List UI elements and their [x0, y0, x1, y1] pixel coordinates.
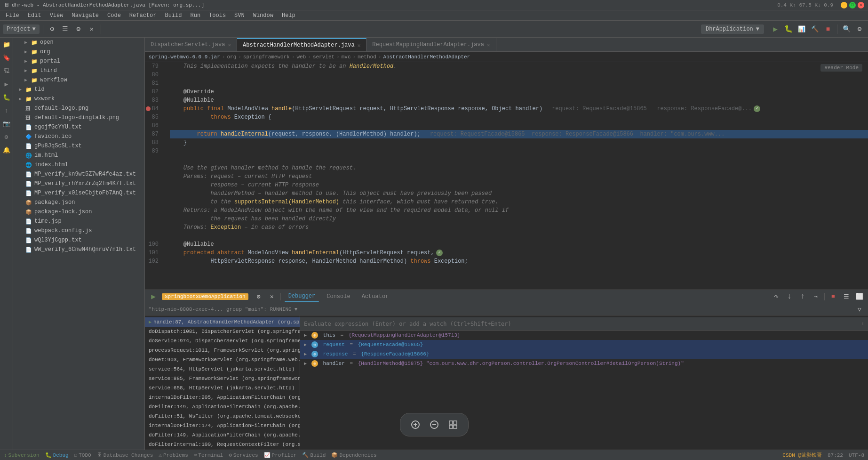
menu-code[interactable]: Code	[104, 11, 125, 20]
debug-resume-btn[interactable]: ▶	[149, 292, 158, 301]
tree-item-wxwork[interactable]: ▶ 📁 wxwork	[13, 94, 144, 104]
tree-item-package-lock[interactable]: ▶ 📦 package-lock.json	[13, 207, 144, 217]
tree-item-mp-verify2[interactable]: ▶ 📄 MP_verify_rhYxrZrZq2Tm4K7T.txt	[13, 179, 144, 188]
status-debug-item[interactable]: 🐛 Debug	[45, 452, 69, 458]
toolbar-close-btn[interactable]: ✕	[86, 24, 97, 35]
stack-frame-4[interactable]: doGet:903, FrameworkServlet (org.springf…	[145, 355, 300, 364]
var-this[interactable]: ▶ ⊙ this = {RequestMappingHandlerAdapter…	[300, 331, 868, 340]
zoom-in-button[interactable]	[408, 417, 423, 432]
tree-item-egojf[interactable]: ▶ 📄 egojfGcYYU.txt	[13, 122, 144, 132]
eval-input[interactable]	[304, 321, 859, 327]
tree-item-org[interactable]: ▶ 📁 org	[13, 47, 144, 56]
activity-project[interactable]: 📁	[1, 40, 12, 50]
settings-gear-btn[interactable]: ⚙	[854, 24, 865, 35]
debug-tab-console[interactable]: Console	[323, 291, 354, 302]
tab-abstract-handler[interactable]: AbstractHandlerMethodAdapter.java ✕	[237, 38, 366, 51]
tree-item-favicon[interactable]: ▶ 🔷 favicon.ico	[13, 132, 144, 141]
tree-item-webpack[interactable]: ▶ 📄 webpack.config.js	[13, 226, 144, 235]
debug-stop-btn[interactable]: ■	[828, 292, 838, 301]
activity-settings[interactable]: ⚙	[1, 132, 12, 142]
breadcrumb-servlet[interactable]: servlet	[313, 54, 334, 60]
menu-file[interactable]: File	[2, 11, 23, 20]
menu-build[interactable]: Build	[161, 11, 185, 20]
tree-item-open[interactable]: ▶ 📁 open	[13, 38, 144, 47]
var-response[interactable]: ▶ ⊙ response = {ResponseFacade@15866}	[300, 349, 868, 359]
thread-filter-icon[interactable]: ▽	[855, 305, 864, 314]
run-button[interactable]: ▶	[770, 24, 781, 35]
tab-close-dispatcher[interactable]: ✕	[228, 42, 231, 48]
stack-frame-11[interactable]: internalDoFilter:174, ApplicationFilterC…	[145, 421, 300, 430]
reader-mode-button[interactable]: Reader Mode	[820, 64, 862, 72]
project-selector[interactable]: Project ▼	[3, 24, 40, 34]
stack-frame-13[interactable]: doFilterInternal:100, RequestContextFilt…	[145, 440, 300, 449]
stack-frame-5[interactable]: service:564, HttpServlet (jakarta.servle…	[145, 364, 300, 374]
stack-frame-12[interactable]: doFilter:149, ApplicationFilterChain (or…	[145, 430, 300, 440]
stack-frame-7[interactable]: service:658, HttpServlet (jakarta.servle…	[145, 383, 300, 393]
menu-window[interactable]: Window	[249, 11, 277, 20]
code-editor[interactable]: Reader Mode 79 80 81 82 83 84 85 86 87	[145, 62, 868, 290]
tree-item-wql3[interactable]: ▶ 📄 wQl3YjCgpp.txt	[13, 235, 144, 245]
stop-button[interactable]: ■	[822, 24, 834, 35]
toolbar-gear-btn[interactable]: ⚙	[73, 24, 84, 35]
tree-item-third[interactable]: ▶ 📁 third	[13, 66, 144, 75]
zoom-grid-button[interactable]	[446, 417, 461, 432]
debug-step-over[interactable]: ↷	[772, 292, 781, 301]
tree-item-index-html[interactable]: ▶ 🌐 index.html	[13, 160, 144, 169]
stack-frame-9[interactable]: doFilter:149, ApplicationFilterChain (or…	[145, 402, 300, 412]
debug-step-out[interactable]: ↑	[798, 292, 807, 301]
toolbar-list-btn[interactable]: ☰	[60, 24, 71, 35]
status-terminal[interactable]: ⌨ Terminal	[194, 452, 223, 458]
status-build[interactable]: 🔨 Build	[302, 452, 326, 458]
tree-item-mp-verify1[interactable]: ▶ 📄 MP_verify_kn9wt5Z7wR4fe4az.txt	[13, 169, 144, 179]
tab-close-abstract[interactable]: ✕	[358, 42, 361, 48]
menu-svn[interactable]: SVN	[231, 11, 248, 20]
tab-close-request[interactable]: ✕	[487, 42, 490, 48]
menu-run[interactable]: Run	[186, 11, 204, 20]
menu-help[interactable]: Help	[278, 11, 299, 20]
status-problems[interactable]: ⚠ Problems	[159, 452, 188, 458]
activity-commit[interactable]: ↑	[1, 105, 12, 116]
breadcrumb-class[interactable]: AbstractHandlerMethodAdapter	[383, 54, 470, 60]
activity-structure[interactable]: 🏗	[1, 66, 12, 76]
breadcrumb-jar[interactable]: spring-webmvc-6.0.9.jar	[149, 54, 220, 60]
debug-button[interactable]: 🐛	[783, 24, 794, 35]
status-dependencies[interactable]: 📦 Dependencies	[331, 452, 376, 458]
toolbar-settings-btn[interactable]: ⚙	[47, 24, 58, 35]
debug-close-btn[interactable]: ✕	[267, 292, 277, 301]
debug-tab-actuator[interactable]: Actuator	[358, 291, 393, 302]
stack-frame-10[interactable]: doFilter:51, WsFilter (org.apache.tomcat…	[145, 412, 300, 421]
debug-settings-btn[interactable]: ⚙	[254, 292, 263, 301]
var-handler[interactable]: ▶ ⊙ handler = {HandlerMethod@15875} "com…	[300, 359, 868, 368]
build-button[interactable]: 🔨	[809, 24, 820, 35]
activity-camera[interactable]: 📷	[1, 119, 12, 129]
debug-run-to-cursor[interactable]: ⇥	[811, 292, 820, 301]
breadcrumb-web[interactable]: web	[297, 54, 306, 60]
breadcrumb-org[interactable]: org	[227, 54, 236, 60]
activity-notifications[interactable]: 🔔	[1, 145, 12, 155]
coverage-button[interactable]: 📊	[796, 24, 807, 35]
stack-frame-3[interactable]: processRequest:1011, FrameworkServlet (o…	[145, 346, 300, 355]
stack-frame-2[interactable]: doService:974, DispatcherServlet (org.sp…	[145, 336, 300, 346]
status-subversion[interactable]: ↕ Subversion	[4, 452, 40, 458]
status-line-col[interactable]: 87:22	[828, 452, 843, 458]
tree-item-time-jsp[interactable]: ▶ 📄 time.jsp	[13, 217, 144, 226]
tree-item-default-logo[interactable]: ▶ 🖼 default-logo.png	[13, 104, 144, 113]
tree-item-mp-verify3[interactable]: ▶ 📄 MP_verify_x0lseCbjtoFb7AnQ.txt	[13, 188, 144, 198]
zoom-out-button[interactable]	[427, 417, 442, 432]
stack-frame-1[interactable]: doDispatch:1081, DispatcherServlet (org.…	[145, 327, 300, 336]
stack-frame-8[interactable]: internalDoFilter:205, ApplicationFilterC…	[145, 393, 300, 402]
status-encoding[interactable]: UTF-8	[849, 452, 864, 458]
stack-frame-6[interactable]: service:885, FrameworkServlet (org.sprin…	[145, 374, 300, 383]
maximize-button[interactable]: □	[849, 2, 856, 8]
menu-view[interactable]: View	[46, 11, 67, 20]
menu-tools[interactable]: Tools	[205, 11, 230, 20]
menu-navigate[interactable]: Navigate	[68, 11, 103, 20]
debug-tab-debugger[interactable]: Debugger	[285, 291, 319, 302]
status-todo[interactable]: ☑ TODO	[74, 452, 91, 458]
activity-run[interactable]: ▶	[1, 79, 12, 89]
tree-item-ww-verify[interactable]: ▶ 📄 WW_verify_6CnwN4hQnruV7n1h.txt	[13, 245, 144, 254]
breadcrumb-springframework[interactable]: springframework	[243, 54, 290, 60]
tab-request-mapping[interactable]: RequestMappingHandlerAdapter.java ✕	[366, 38, 496, 51]
menu-edit[interactable]: Edit	[24, 11, 45, 20]
tree-item-default-logo-dingtalk[interactable]: ▶ 🖼 default-logo-dingtalk.png	[13, 113, 144, 122]
